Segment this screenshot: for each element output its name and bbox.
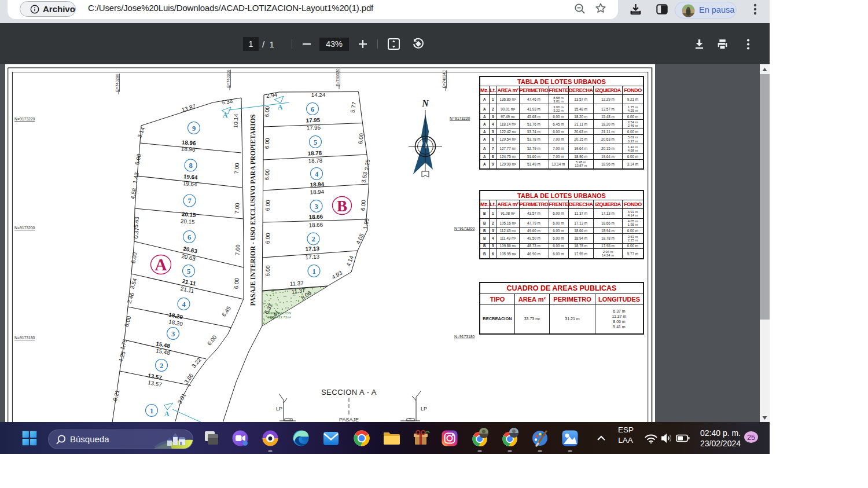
svg-text:5.63: 5.63 xyxy=(133,216,140,228)
svg-text:9.21: 9.21 xyxy=(112,389,121,401)
svg-text:11.37: 11.37 xyxy=(290,280,304,287)
svg-text:3.54: 3.54 xyxy=(128,277,138,290)
svg-text:6.00: 6.00 xyxy=(359,199,367,211)
svg-text:25: 25 xyxy=(747,434,755,442)
svg-text:18.94: 18.94 xyxy=(310,181,324,188)
svg-text:1: 1 xyxy=(312,267,315,276)
svg-text:6.00: 6.00 xyxy=(233,277,240,289)
svg-text:1.75: 1.75 xyxy=(119,338,128,351)
svg-text:2: 2 xyxy=(160,362,163,370)
svg-text:17.13: 17.13 xyxy=(305,245,320,252)
svg-text:18.66: 18.66 xyxy=(308,214,323,221)
svg-text:17.95: 17.95 xyxy=(306,124,321,131)
svg-text:10.14: 10.14 xyxy=(232,113,239,129)
svg-text:6.00: 6.00 xyxy=(206,334,218,347)
svg-text:N=9173180: N=9173180 xyxy=(14,336,35,340)
svg-text:3: 3 xyxy=(314,203,318,211)
svg-text:B: B xyxy=(337,197,347,215)
svg-text:6.00: 6.00 xyxy=(264,105,271,117)
svg-text:3: 3 xyxy=(171,330,175,338)
svg-text:6.00: 6.00 xyxy=(123,315,133,328)
svg-text:6.00: 6.00 xyxy=(264,137,271,149)
svg-text:2.25: 2.25 xyxy=(363,159,371,171)
svg-text:20.15: 20.15 xyxy=(181,218,196,225)
svg-text:LP: LP xyxy=(421,406,427,412)
svg-text:5.38: 5.38 xyxy=(221,98,233,106)
svg-text:N=9173200: N=9173200 xyxy=(14,226,35,230)
svg-text:18.96: 18.96 xyxy=(181,145,196,153)
svg-text:17.95: 17.95 xyxy=(306,117,320,124)
svg-text:PASAJE: PASAJE xyxy=(339,417,359,422)
svg-text:6.45: 6.45 xyxy=(220,305,232,318)
svg-text:N: N xyxy=(421,98,429,108)
svg-text:1.42: 1.42 xyxy=(131,172,139,184)
svg-text:7.00: 7.00 xyxy=(234,202,241,214)
svg-text:6.00: 6.00 xyxy=(357,133,365,145)
svg-text:AREA=33.73m²: AREA=33.73m² xyxy=(266,315,292,319)
svg-text:5: 5 xyxy=(314,138,317,146)
svg-text:E=740300: E=740300 xyxy=(226,69,230,87)
svg-text:N=9173220: N=9173220 xyxy=(450,116,470,120)
svg-text:6.00: 6.00 xyxy=(264,168,271,180)
svg-text:2.46: 2.46 xyxy=(126,292,135,304)
svg-text:4: 4 xyxy=(182,300,186,309)
svg-text:6: 6 xyxy=(311,105,314,113)
svg-text:5.77: 5.77 xyxy=(349,101,357,113)
svg-text:6.00: 6.00 xyxy=(130,252,138,264)
svg-text:18.94: 18.94 xyxy=(310,189,324,196)
svg-text:21.11: 21.11 xyxy=(180,285,195,295)
svg-text:N=9173180: N=9173180 xyxy=(454,335,475,339)
svg-text:A: A xyxy=(164,410,170,418)
svg-text:6.00: 6.00 xyxy=(264,232,271,244)
svg-text:3.81: 3.81 xyxy=(176,392,187,405)
svg-text:18.78: 18.78 xyxy=(308,157,322,164)
svg-text:18.66: 18.66 xyxy=(308,222,323,229)
svg-text:3.66: 3.66 xyxy=(183,372,194,385)
svg-text:N=9173200: N=9173200 xyxy=(454,226,475,230)
svg-text:4.58: 4.58 xyxy=(129,188,137,200)
svg-text:N=9173220: N=9173220 xyxy=(14,117,35,121)
svg-text:20.15: 20.15 xyxy=(182,211,197,218)
svg-text:17.13: 17.13 xyxy=(305,253,320,260)
svg-text:19.64: 19.64 xyxy=(183,180,198,188)
svg-text:1.95: 1.95 xyxy=(362,218,370,230)
svg-text:4.93: 4.93 xyxy=(330,269,343,280)
svg-text:7.00: 7.00 xyxy=(233,162,240,174)
svg-text:A: A xyxy=(278,103,283,111)
svg-text:4: 4 xyxy=(315,170,319,178)
svg-text:4.25: 4.25 xyxy=(117,350,127,363)
svg-text:6: 6 xyxy=(187,233,191,241)
svg-text:LP: LP xyxy=(276,406,282,412)
svg-text:RECREACION: RECREACION xyxy=(268,311,292,315)
svg-text:PASAJE INTERIOR - USO EXCLUSIV: PASAJE INTERIOR - USO EXCLUSIVO PARA PRO… xyxy=(249,115,256,306)
svg-text:A: A xyxy=(223,111,228,119)
svg-text:7: 7 xyxy=(187,197,191,205)
svg-text:19.64: 19.64 xyxy=(183,173,198,181)
svg-text:v: v xyxy=(409,417,411,420)
svg-text:18.78: 18.78 xyxy=(307,150,322,157)
svg-text:5: 5 xyxy=(187,267,190,276)
svg-text:7.00: 7.00 xyxy=(234,244,241,255)
svg-text:2.94: 2.94 xyxy=(266,91,278,100)
svg-text:8: 8 xyxy=(189,162,192,170)
svg-text:2: 2 xyxy=(311,235,315,243)
svg-text:E=740280: E=740280 xyxy=(115,74,119,91)
svg-text:E=740340: E=740340 xyxy=(442,70,446,88)
svg-text:9: 9 xyxy=(192,124,196,133)
svg-text:A: A xyxy=(155,255,167,274)
svg-text:14.24: 14.24 xyxy=(311,91,326,98)
svg-text:6.00: 6.00 xyxy=(264,265,271,276)
svg-text:3.22: 3.22 xyxy=(190,357,203,369)
svg-text:E=740320: E=740320 xyxy=(336,68,340,86)
svg-text:0.37: 0.37 xyxy=(133,228,140,239)
svg-text:SECCION A - A: SECCION A - A xyxy=(321,388,377,397)
svg-text:6.00: 6.00 xyxy=(134,153,142,165)
svg-text:v: v xyxy=(289,417,291,421)
svg-text:3.53: 3.53 xyxy=(360,171,368,184)
svg-text:1: 1 xyxy=(150,407,153,415)
svg-text:20.63: 20.63 xyxy=(181,253,197,262)
svg-text:3.14: 3.14 xyxy=(136,126,146,138)
svg-text:13.87: 13.87 xyxy=(181,103,197,113)
svg-text:6.00: 6.00 xyxy=(264,199,271,211)
